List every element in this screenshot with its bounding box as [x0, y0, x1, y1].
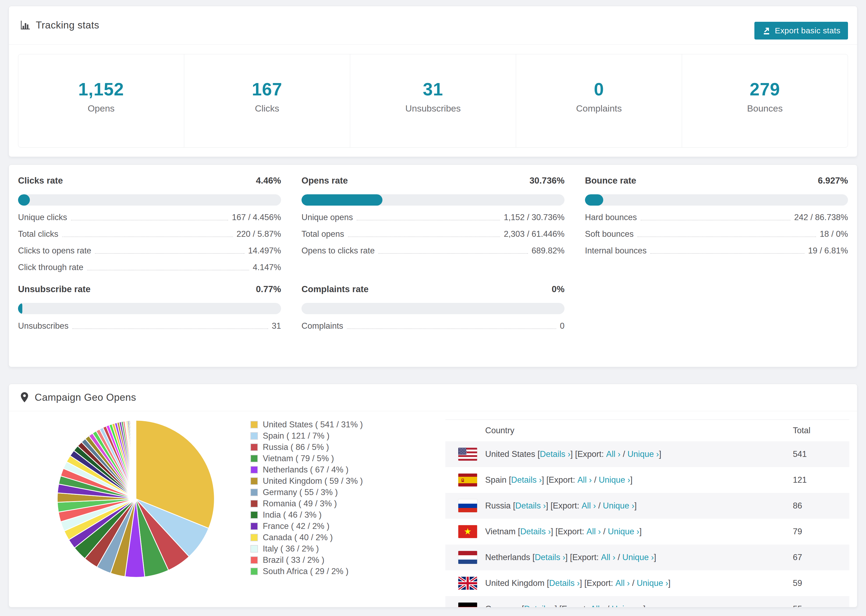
progress-track [18, 194, 281, 206]
legend-swatch [250, 511, 258, 519]
export-unique-link[interactable]: Unique › [599, 475, 630, 485]
rate-detail-rows: Unique opens1,152 / 30.736%Total opens2,… [301, 212, 565, 256]
details-link[interactable]: Details › [524, 604, 555, 607]
export-unique-link[interactable]: Unique › [603, 501, 635, 511]
export-unique-link[interactable]: Unique › [608, 527, 639, 536]
export-all-link[interactable]: All › [587, 527, 601, 536]
table-row: United States [Details ›] [Export: All ›… [446, 441, 849, 467]
export-all-link[interactable]: All › [581, 501, 596, 511]
country-name: United States [485, 449, 538, 459]
stat-label: Clicks [255, 103, 279, 114]
rate-block-header: Opens rate30.736% [301, 176, 565, 187]
legend-item[interactable]: Vietnam ( 79 / 5% ) [250, 453, 363, 464]
legend-swatch [250, 567, 258, 575]
geo-title: Campaign Geo Opens [35, 392, 136, 403]
details-link[interactable]: Details › [520, 527, 551, 536]
bracket: ] [Export: [546, 501, 582, 511]
geo-pie-chart[interactable] [55, 418, 217, 580]
legend-item[interactable]: Canada ( 40 / 2% ) [250, 532, 363, 543]
rate-block-header: Complaints rate0% [301, 284, 565, 296]
rate-detail-row: Opens to clicks rate689.82% [301, 246, 565, 256]
legend-item[interactable]: Italy ( 36 / 2% ) [250, 543, 363, 555]
total-value: 86 [793, 501, 849, 511]
detail-value: 689.82% [532, 246, 565, 256]
country-cell: United Kingdom [Details ›] [Export: All … [485, 578, 793, 588]
detail-label: Total opens [301, 229, 344, 239]
detail-label: Hard bounces [585, 212, 637, 222]
legend-item[interactable]: Romania ( 49 / 3% ) [250, 498, 363, 509]
bracket: [ [532, 553, 535, 562]
export-all-link[interactable]: All › [601, 553, 615, 562]
bracket: ] [643, 604, 646, 607]
legend-label: South Africa ( 29 / 2% ) [263, 567, 348, 576]
rates-grid: Clicks rate4.46%Unique clicks167 / 4.456… [18, 176, 848, 331]
total-value: 55 [793, 604, 849, 607]
bracket: ] [630, 475, 633, 485]
legend-swatch [250, 522, 258, 530]
dotted-leader [71, 220, 228, 220]
rate-value: 0% [552, 284, 565, 294]
export-unique-link[interactable]: Unique › [636, 578, 668, 588]
export-all-link[interactable]: All › [606, 449, 620, 459]
progress-fill [18, 194, 30, 206]
details-link[interactable]: Details › [511, 475, 542, 485]
export-all-link[interactable]: All › [590, 604, 605, 607]
legend-swatch [250, 455, 258, 462]
bracket: ] [654, 553, 656, 562]
bracket: [ [513, 501, 515, 511]
legend-label: Spain ( 121 / 7% ) [263, 431, 329, 441]
rate-title: Opens rate [301, 176, 348, 186]
detail-value: 18 / 0% [820, 229, 848, 239]
legend-item[interactable]: Brazil ( 33 / 2% ) [250, 555, 363, 566]
details-link[interactable]: Details › [535, 553, 565, 562]
legend-item[interactable]: Russia ( 86 / 5% ) [250, 442, 363, 453]
details-link[interactable]: Details › [549, 578, 580, 588]
export-basic-stats-label: Export basic stats [775, 26, 841, 35]
geo-table: Country Total United States [Details ›] … [446, 420, 849, 607]
detail-value: 1,152 / 30.736% [504, 212, 565, 222]
bracket: ] [635, 501, 637, 511]
dotted-leader [87, 270, 249, 270]
legend-label: Canada ( 40 / 2% ) [263, 533, 333, 542]
export-unique-link[interactable]: Unique › [622, 553, 654, 562]
legend-item[interactable]: Germany ( 55 / 3% ) [250, 487, 363, 498]
legend-item[interactable]: Netherlands ( 67 / 4% ) [250, 464, 363, 475]
dotted-leader [95, 253, 244, 254]
legend-label: Italy ( 36 / 2% ) [263, 544, 319, 554]
legend-swatch [250, 443, 258, 451]
export-unique-link[interactable]: Unique › [627, 449, 659, 459]
legend-item[interactable]: France ( 42 / 2% ) [250, 520, 363, 532]
export-basic-stats-button[interactable]: Export basic stats [754, 22, 848, 39]
legend-item[interactable]: United States ( 541 / 31% ) [250, 419, 363, 430]
legend-swatch [250, 545, 258, 553]
total-value: 79 [793, 527, 849, 536]
detail-value: 31 [272, 321, 281, 331]
detail-label: Unsubscribes [18, 321, 69, 331]
export-all-link[interactable]: All › [615, 578, 630, 588]
total-value: 121 [793, 475, 849, 485]
column-header-total: Total [793, 426, 849, 435]
export-unique-link[interactable]: Unique › [612, 604, 643, 607]
legend-item[interactable]: Spain ( 121 / 7% ) [250, 430, 363, 442]
country-name: Netherlands [485, 553, 532, 562]
legend-item[interactable]: South Africa ( 29 / 2% ) [250, 566, 363, 577]
stat-label: Unsubscribes [405, 103, 461, 114]
details-link[interactable]: Details › [515, 501, 546, 511]
country-name: Vietnam [485, 527, 518, 536]
rate-block-header: Unsubscribe rate0.77% [18, 284, 281, 296]
rate-detail-row: Complaints0 [301, 321, 565, 331]
stat-label: Bounces [747, 103, 783, 114]
legend-item[interactable]: India ( 46 / 3% ) [250, 509, 363, 520]
bracket: [ [518, 527, 520, 536]
details-link[interactable]: Details › [540, 449, 570, 459]
total-value: 541 [793, 449, 849, 459]
export-all-link[interactable]: All › [578, 475, 592, 485]
rate-block: Complaints rate0%Complaints0 [301, 284, 565, 331]
rate-value: 4.46% [256, 176, 281, 186]
detail-value: 0 [560, 321, 565, 331]
legend-label: Russia ( 86 / 5% ) [263, 442, 329, 452]
rate-detail-row: Click through rate4.147% [18, 262, 281, 272]
legend-label: India ( 46 / 3% ) [263, 510, 322, 520]
rate-block: Opens rate30.736%Unique opens1,152 / 30.… [301, 176, 565, 272]
legend-item[interactable]: United Kingdom ( 59 / 3% ) [250, 475, 363, 487]
